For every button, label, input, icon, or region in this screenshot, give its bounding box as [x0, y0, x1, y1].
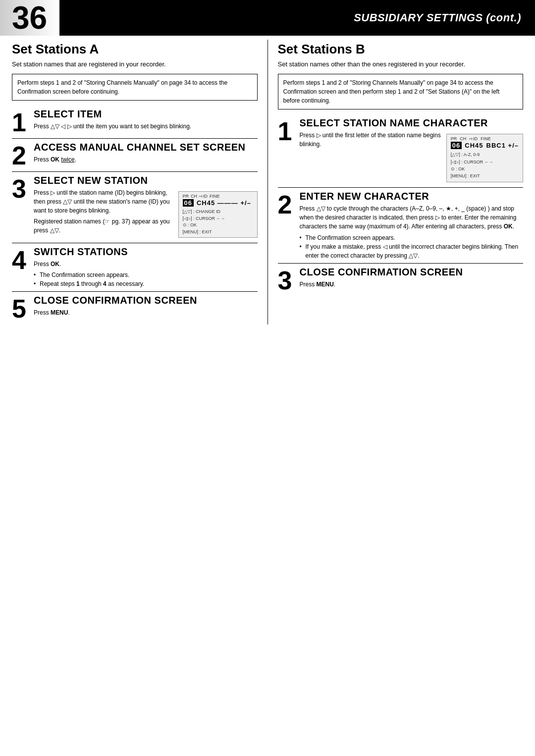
header-title-text: SUBSIDIARY SETTINGS (cont.) [354, 11, 521, 24]
step-b-2: 2 ENTER NEW CHARACTER Press △▽ to cycle … [278, 188, 524, 264]
step-b-1-number: 1 [278, 117, 296, 184]
col-b: Set Stations B Set station names other t… [268, 40, 524, 324]
col-a: Set Stations A Set station names that ar… [12, 40, 268, 324]
step-b-3-content: CLOSE CONFIRMATION SCREEN Press MENU. [300, 267, 524, 293]
step-a-3-text: Press ▷ until the station name (ID) begi… [34, 188, 174, 235]
step-a-4-content: SWITCH STATIONS Press OK. The Confirmati… [34, 246, 258, 288]
step-b-2-bullets: The Confirmation screen appears. If you … [300, 233, 524, 260]
step-a-2-heading: ACCESS MANUAL CHANNEL SET SCREEN [34, 142, 258, 153]
step-a-3-content: SELECT NEW STATION Press ▷ until the sta… [34, 175, 258, 240]
step-a-2-content: ACCESS MANUAL CHANNEL SET SCREEN Press O… [34, 142, 258, 168]
section-a-instruction: Perform steps 1 and 2 of "Storing Channe… [12, 74, 258, 101]
step-a-4-bullets: The Confirmation screen appears. Repeat … [34, 270, 258, 288]
step-a-2-body: Press OK twice. [34, 155, 258, 164]
step-a-1: 1 SELECT ITEM Press △▽ ◁ ▷ until the ite… [12, 106, 258, 139]
step-b-2-number: 2 [278, 191, 296, 260]
step-a-4: 4 SWITCH STATIONS Press OK. The Confirma… [12, 243, 258, 292]
step-a-1-content: SELECT ITEM Press △▽ ◁ ▷ until the item … [34, 108, 258, 135]
step-b-1: 1 SELECT STATION NAME CHARACTER Press ▷ … [278, 114, 524, 188]
step-b-1-text: Press ▷ until the first letter of the st… [300, 131, 442, 149]
step-a-5-content: CLOSE CONFIRMATION SCREEN Press MENU. [34, 295, 258, 322]
section-b-instruction: Perform steps 1 and 2 of "Storing Channe… [278, 74, 524, 109]
page-number: 36 [0, 0, 59, 36]
step-a-3-heading: SELECT NEW STATION [34, 175, 258, 186]
step-a-1-body: Press △▽ ◁ ▷ until the item you want to … [34, 122, 258, 131]
step-b-3-heading: CLOSE CONFIRMATION SCREEN [300, 267, 524, 278]
page-header: 36 SUBSIDIARY SETTINGS (cont.) [0, 0, 535, 36]
step-a-3-screen: PR CH ⇨ID FINE 06 CH45 ——— +/– [178, 188, 258, 240]
step-b-2-heading: ENTER NEW CHARACTER [300, 191, 524, 202]
step-a-3: 3 SELECT NEW STATION Press ▷ until the s… [12, 172, 258, 243]
step-b-1-inner: Press ▷ until the first letter of the st… [300, 131, 524, 184]
screen-display-b: PR CH ⇨ID FINE 06 CH45 BBC1 +/– [446, 134, 523, 182]
step-a-1-heading: SELECT ITEM [34, 108, 258, 120]
step-b-3: 3 CLOSE CONFIRMATION SCREEN Press MENU. [278, 264, 524, 296]
step-b-1-heading: SELECT STATION NAME CHARACTER [300, 117, 524, 129]
section-b-subtitle: Set station names other than the ones re… [278, 60, 524, 69]
step-a-3-inner: Press ▷ until the station name (ID) begi… [34, 188, 258, 240]
steps-a: 1 SELECT ITEM Press △▽ ◁ ▷ until the ite… [12, 106, 258, 324]
steps-b: 1 SELECT STATION NAME CHARACTER Press ▷ … [278, 114, 524, 296]
step-a-5-number: 5 [12, 295, 30, 322]
step-a-2: 2 ACCESS MANUAL CHANNEL SET SCREEN Press… [12, 139, 258, 172]
step-b-1-screen: PR CH ⇨ID FINE 06 CH45 BBC1 +/– [446, 131, 523, 184]
step-b-1-content: SELECT STATION NAME CHARACTER Press ▷ un… [300, 117, 524, 184]
section-a-subtitle: Set station names that are registered in… [12, 60, 258, 69]
main-content: Set Stations A Set station names that ar… [0, 40, 535, 324]
header-title: SUBSIDIARY SETTINGS (cont.) [59, 0, 535, 36]
step-a-5: 5 CLOSE CONFIRMATION SCREEN Press MENU. [12, 292, 258, 324]
step-b-3-number: 3 [278, 267, 296, 293]
section-b-title: Set Stations B [278, 42, 524, 57]
step-a-4-heading: SWITCH STATIONS [34, 246, 258, 258]
step-a-4-number: 4 [12, 246, 30, 288]
screen-display-a: PR CH ⇨ID FINE 06 CH45 ——— +/– [178, 191, 258, 238]
section-a-title: Set Stations A [12, 42, 258, 57]
step-a-5-heading: CLOSE CONFIRMATION SCREEN [34, 295, 258, 306]
step-a-2-number: 2 [12, 142, 30, 168]
step-a-1-number: 1 [12, 108, 30, 135]
step-b-2-content: ENTER NEW CHARACTER Press △▽ to cycle th… [300, 191, 524, 260]
step-a-3-number: 3 [12, 175, 30, 240]
